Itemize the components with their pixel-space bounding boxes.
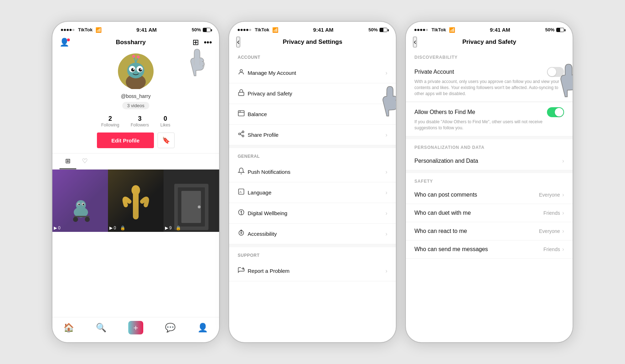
balance-icon [238,110,248,119]
svg-rect-33 [238,111,244,116]
nav-home[interactable]: 🏠 [63,323,74,333]
who-can-comment-value-group: Everyone › [539,192,564,198]
edit-profile-button[interactable]: Edit Profile [97,132,154,148]
menu-digital-wellbeing[interactable]: Digital Wellbeing › [229,203,396,224]
time-label: 9:41 AM [136,27,157,33]
time-label-2: 9:41 AM [313,27,334,33]
account-section-label: ACCOUNT [229,49,396,63]
action-btn-row: Edit Profile 🔖 [97,132,174,148]
allow-find-name: Allow Others to Find Me [414,109,475,115]
settings-nav-header: ‹ Privacy and Settings [229,35,396,49]
svg-point-38 [242,135,244,137]
chevron-icon: › [562,158,564,164]
video-thumb-3[interactable]: ▶9 🔒 [164,170,219,232]
svg-point-21 [73,217,78,222]
who-can-comment-row[interactable]: Who can post comments Everyone › [406,186,573,204]
accessibility-label: Accessibility [248,231,386,237]
nav-inbox[interactable]: 💬 [165,323,176,333]
privacy-content: DISCOVERABILITY Private Account With a p… [406,49,573,342]
search-icon: 🔍 [96,323,107,333]
private-account-setting: Private Account With a private account, … [406,62,573,102]
private-account-toggle[interactable] [547,67,564,77]
menu-manage-account[interactable]: Manage My Account › [229,63,396,83]
svg-point-31 [240,69,243,72]
profile-nav: 👤 Bossharry ⊞ ••• [52,35,219,50]
menu-report-problem[interactable]: Report a Problem › [229,261,396,281]
privacy-title: Privacy and Safety [462,38,516,46]
personalization-data-row[interactable]: Personalization and Data › [406,152,573,170]
add-user-btn[interactable]: 👤 [60,38,69,47]
battery-icon-2 [379,28,387,32]
status-bar-1: TikTok 📶 9:41 AM 50% [52,22,219,35]
signal-dot [249,29,251,31]
bookmark-button[interactable]: 🔖 [157,132,175,148]
back-button-3[interactable]: ‹ [413,37,417,47]
likes-stat: 0 Likes [160,115,170,128]
menu-share-profile[interactable]: Share Profile › [229,125,396,145]
create-icon: ＋ [128,321,143,334]
battery-icon [203,28,211,32]
who-can-react-row[interactable]: Who can react to me Everyone › [406,222,573,240]
profile-username: Bossharry [116,39,146,46]
who-can-duet-row[interactable]: Who can duet with me Friends › [406,204,573,222]
push-notifications-label: Push Notifications [248,169,386,175]
who-can-comment-value: Everyone [539,192,560,198]
who-can-message-row[interactable]: Who can send me messages Friends › [406,240,573,259]
video-thumb-2[interactable]: ▶0 🔒 [108,170,164,232]
wifi-icon: 📶 [95,27,102,33]
menu-balance[interactable]: Balance › [229,104,396,125]
qr-icon[interactable]: ⊞ [192,38,199,47]
share-icon [238,130,248,139]
who-can-message-value: Friends [543,246,560,252]
toggle-knob-2 [555,108,563,116]
time-label-3: 9:41 AM [490,27,510,33]
allow-find-toggle[interactable] [547,107,564,117]
tab-grid[interactable]: ⊞ [60,154,76,169]
chevron-icon: › [386,231,387,237]
who-can-react-value: Everyone [539,228,560,234]
phone-privacy: TikTok 📶 9:41 AM 50% ‹ Privacy and Safet… [406,22,573,342]
battery-label-2: 50% [368,27,378,32]
signal-dot [61,29,63,31]
signal-dot [69,29,72,31]
chevron-icon: › [386,111,387,118]
privacy-icon [238,89,248,98]
profile-body: @boss_harry 3 videos 2 Following 3 Follo… [52,50,219,153]
signal-dot [414,29,417,31]
menu-push-notifications[interactable]: Push Notifications › [229,162,396,182]
private-account-name: Private Account [414,69,454,75]
nav-search[interactable]: 🔍 [96,323,107,333]
signal-dot [243,29,246,31]
followers-count: 3 [138,115,141,123]
phone-profile: TikTok 📶 9:41 AM 50% 👤 Bossharry ⊞ ••• [52,22,219,342]
svg-line-40 [240,132,242,133]
allow-find-desc: If you disable "Allow Others to Find Me"… [414,119,564,131]
allow-find-header: Allow Others to Find Me [414,107,564,117]
nav-create[interactable]: ＋ [128,321,143,334]
phone-settings: TikTok 📶 9:41 AM 50% ‹ Privacy and Setti… [229,22,396,342]
safety-label: SAFETY [406,173,573,186]
carrier-label-3: TikTok [432,27,446,32]
report-icon [238,266,248,275]
tab-liked[interactable]: ♡ [76,154,93,169]
signal-dot [241,29,243,31]
back-button-2[interactable]: ‹ [236,37,240,47]
who-can-react-value-group: Everyone › [539,228,564,234]
signal-dot [417,29,419,31]
share-profile-label: Share Profile [248,132,386,138]
notifications-icon [238,167,248,176]
menu-accessibility[interactable]: Accessibility › [229,224,396,244]
more-icon[interactable]: ••• [204,38,212,47]
signal-dot [64,29,66,31]
video-thumb-1[interactable]: ▶0 [52,170,108,232]
svg-point-15 [76,200,86,210]
svg-line-39 [240,134,242,135]
menu-privacy-safety[interactable]: Privacy and Safety › [229,83,396,104]
toggle-knob [548,68,556,76]
chevron-icon: › [562,228,564,234]
menu-language[interactable]: A Language › [229,182,396,203]
chevron-icon: › [562,192,564,198]
videos-badge: 3 videos [122,102,149,109]
chevron-icon: › [386,169,387,175]
nav-profile[interactable]: 👤 [197,323,208,333]
